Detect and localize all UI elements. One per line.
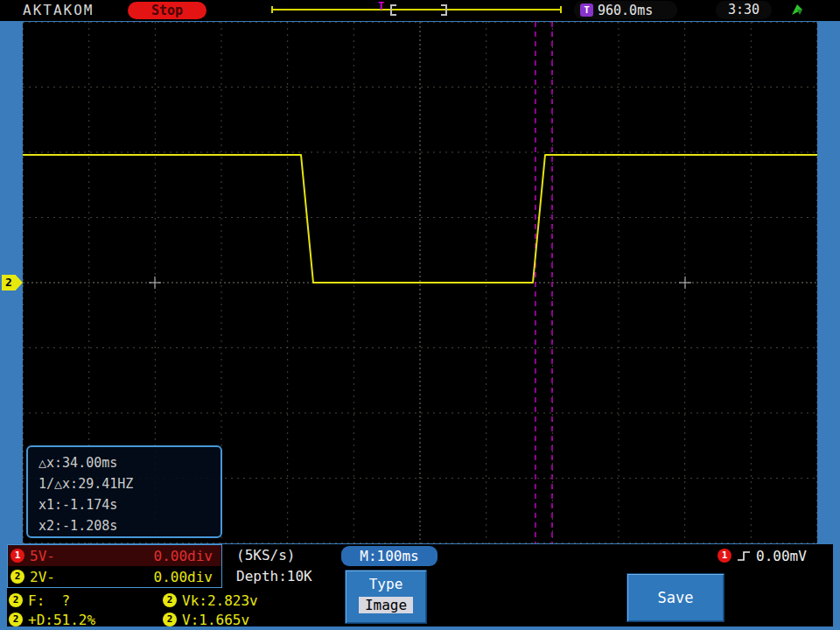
memory-position-bar[interactable]: [271, 9, 562, 10]
run-stop-button[interactable]: Stop: [128, 2, 206, 19]
trigger-time-readout: T 960.0ms: [574, 1, 677, 19]
save-button[interactable]: Save: [626, 573, 724, 622]
type-button-label: Type: [346, 576, 426, 592]
channel1-offset: 0.00div: [154, 548, 213, 564]
memory-bar-left-tick: [271, 6, 273, 13]
window-bracket-left-icon: [390, 4, 396, 16]
meas-vk-channel-badge: 2: [163, 593, 177, 607]
channel1-row: 1 5V- 0.00div: [8, 545, 221, 566]
waveform-display: △x:34.00ms 1/△x:29.41HZ x1:-1.174s x2:-1…: [23, 22, 817, 543]
measurement-vk: 2 Vk:2.823v: [163, 592, 258, 608]
meas-f-value: F: ?: [28, 592, 70, 609]
memory-bar-right-tick: [560, 6, 562, 13]
bottom-status-panel: 1 5V- 0.00div 2 2V- 0.00div (5KS/s) Dept…: [7, 544, 833, 626]
trigger-t-icon: T: [580, 4, 593, 17]
meas-v-channel-badge: 2: [163, 612, 177, 626]
measurement-voltage: 2 V:1.665v: [163, 612, 249, 627]
cursor-frequency: 1/△x:29.41HZ: [38, 473, 210, 494]
oscilloscope-screen: AKTAKOM Stop T T 960.0ms 3:30 △x:34.00ms…: [0, 0, 840, 630]
usb-device-icon: [790, 3, 804, 17]
channel1-badge: 1: [10, 549, 24, 563]
meas-f-channel-badge: 2: [9, 593, 23, 607]
meas-vk-value: Vk:2.823v: [182, 592, 258, 609]
meas-duty-channel-badge: 2: [9, 612, 23, 626]
type-button[interactable]: Type Image: [345, 570, 427, 624]
meas-v-value: V:1.665v: [182, 612, 249, 628]
clock: 3:30: [716, 1, 772, 19]
sample-rate: (5KS/s): [226, 545, 312, 566]
rising-edge-icon: [737, 550, 751, 562]
measurement-duty-cycle: 2 +D:51.2%: [9, 612, 95, 627]
channel-settings-box: 1 5V- 0.00div 2 2V- 0.00div: [7, 544, 222, 588]
brand-logo: AKTAKOM: [23, 2, 94, 18]
cursor-measurement-box: △x:34.00ms 1/△x:29.41HZ x1:-1.174s x2:-1…: [26, 445, 222, 538]
cursor-x1: x1:-1.174s: [38, 494, 210, 515]
measurement-frequency: 2 F: ?: [9, 592, 70, 608]
top-status-bar: AKTAKOM Stop T T 960.0ms 3:30: [0, 0, 840, 21]
type-button-value[interactable]: Image: [359, 597, 413, 613]
trigger-source-badge: 1: [718, 549, 732, 563]
cursor-x2: x2:-1.208s: [38, 515, 210, 536]
channel2-scale: 2V-: [30, 569, 55, 585]
acquisition-info: (5KS/s) Depth:10K: [226, 545, 312, 587]
channel2-row: 2 2V- 0.00div: [8, 566, 221, 587]
channel2-offset: 0.00div: [154, 569, 213, 585]
timebase-readout[interactable]: M:100ms: [341, 546, 438, 566]
trigger-position-marker: T: [378, 0, 384, 12]
channel2-badge: 2: [10, 570, 24, 584]
memory-depth: Depth:10K: [226, 566, 312, 587]
trigger-level-value: 0.00mV: [756, 548, 807, 564]
window-bracket-right-icon: [441, 4, 447, 16]
channel1-scale: 5V-: [30, 548, 55, 564]
trigger-time-value: 960.0ms: [598, 3, 653, 18]
trigger-level-readout: 1 0.00mV: [718, 546, 807, 565]
channel2-ground-marker[interactable]: 2: [2, 275, 23, 290]
cursor-delta-x: △x:34.00ms: [38, 452, 210, 473]
meas-duty-value: +D:51.2%: [28, 612, 95, 628]
